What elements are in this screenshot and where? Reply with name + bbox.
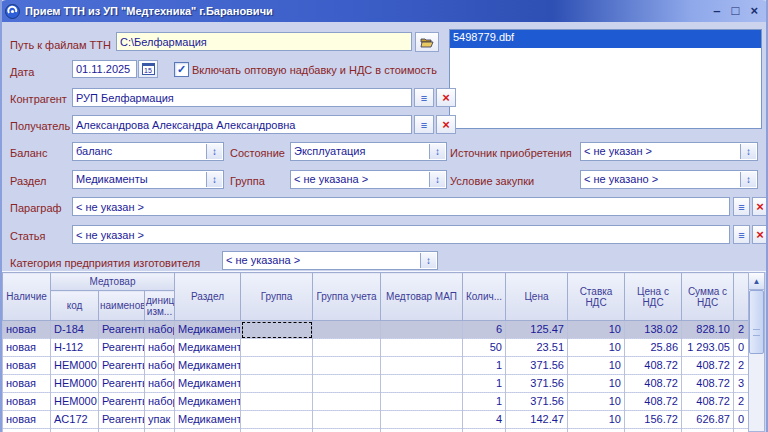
table-row[interactable]: новая AC172 Реагенты, упак Медикаменты 4…	[3, 429, 768, 432]
cell-vat[interactable]: 10	[568, 429, 625, 432]
table-cell[interactable]	[381, 393, 463, 411]
cell-sum-vat[interactable]: 828.10	[682, 321, 734, 339]
cell-price-vat[interactable]: 25.86	[625, 339, 682, 357]
table-cell[interactable]	[241, 339, 313, 357]
table-cell[interactable]	[313, 339, 381, 357]
cell-section[interactable]: Медикаменты	[175, 375, 241, 393]
table-row[interactable]: новая HEM000 Реагенты, набор Медикаменты…	[3, 357, 768, 375]
receiver-clear-button[interactable]: ×	[436, 115, 456, 134]
balance-select[interactable]: баланс ↕	[72, 142, 224, 161]
file-list-item[interactable]: 5498779.dbf	[450, 30, 761, 48]
cell-qty[interactable]: 6	[463, 321, 506, 339]
paragraph-pick-button[interactable]: ≡	[733, 197, 750, 216]
cell-qty[interactable]: 4	[463, 411, 506, 429]
table-cell[interactable]	[241, 375, 313, 393]
section-select[interactable]: Медикаменты ↕	[72, 170, 224, 189]
col-section[interactable]: Раздел	[175, 273, 241, 321]
title-bar[interactable]: Прием ТТН из УП "Медтехника" г.Баранович…	[0, 0, 768, 22]
cell-status[interactable]: новая	[3, 393, 51, 411]
vertical-scrollbar[interactable]: ▲	[748, 272, 765, 432]
table-cell[interactable]	[381, 429, 463, 432]
cell-section[interactable]: Медикаменты	[175, 321, 241, 339]
cell-name[interactable]: Реагенты,	[99, 375, 145, 393]
cell-status[interactable]: новая	[3, 411, 51, 429]
table-cell[interactable]	[313, 393, 381, 411]
cell-sum-vat[interactable]: 647.73	[682, 429, 734, 432]
cell-price-vat[interactable]: 408.72	[625, 393, 682, 411]
cell-price-vat[interactable]: 138.02	[625, 321, 682, 339]
minimize-icon[interactable]: –	[713, 0, 720, 22]
cell-section[interactable]: Медикаменты	[175, 393, 241, 411]
calendar-button[interactable]: 15	[138, 60, 158, 78]
cell-unit[interactable]: набор	[145, 339, 175, 357]
maximize-icon[interactable]: □	[732, 0, 740, 22]
cell-price[interactable]: 125.47	[506, 321, 568, 339]
cell-name[interactable]: Реагенты,	[99, 411, 145, 429]
cell-price-vat[interactable]: 156.72	[625, 411, 682, 429]
cell-status[interactable]: новая	[3, 357, 51, 375]
cell-unit[interactable]: набор	[145, 393, 175, 411]
cell-name[interactable]: Реагенты,	[99, 393, 145, 411]
table-cell[interactable]	[241, 411, 313, 429]
cell-vat[interactable]: 10	[568, 339, 625, 357]
cell-section[interactable]: Медикаменты	[175, 429, 241, 432]
cell-sum-vat[interactable]: 408.72	[682, 375, 734, 393]
path-input[interactable]	[116, 32, 412, 51]
receiver-pick-button[interactable]: ≡	[414, 115, 434, 134]
table-cell[interactable]	[313, 429, 381, 432]
cell-price[interactable]: 147.34	[506, 429, 568, 432]
cell-price[interactable]: 371.56	[506, 357, 568, 375]
scroll-thumb[interactable]	[749, 290, 764, 354]
cell-status[interactable]: новая	[3, 339, 51, 357]
close-icon[interactable]: ×	[750, 0, 758, 22]
col-price-vat[interactable]: Цена с НДС	[625, 273, 682, 321]
cell-status[interactable]: новая	[3, 429, 51, 432]
counterparty-clear-button[interactable]: ×	[436, 88, 456, 107]
cell-price[interactable]: 23.51	[506, 339, 568, 357]
table-cell[interactable]	[241, 393, 313, 411]
cell-vat[interactable]: 10	[568, 321, 625, 339]
col-unit[interactable]: диниц изм...	[145, 291, 175, 321]
cell-qty[interactable]: 1	[463, 357, 506, 375]
col-availability[interactable]: Наличие	[3, 273, 51, 321]
file-list[interactable]: 5498779.dbf	[449, 29, 762, 129]
state-select[interactable]: Эксплуатация ↕	[290, 142, 447, 161]
cell-name[interactable]: Реагенты,	[99, 429, 145, 432]
updown-icon[interactable]: ↕	[740, 172, 756, 187]
receiver-input[interactable]	[72, 115, 412, 134]
updown-icon[interactable]: ↕	[206, 144, 222, 159]
table-row[interactable]: новая AC172 Реагенты, упак Медикаменты 4…	[3, 411, 768, 429]
cell-qty[interactable]: 50	[463, 339, 506, 357]
table-cell[interactable]	[313, 321, 381, 339]
cell-code[interactable]: HEM000	[51, 375, 99, 393]
table-cell[interactable]	[381, 375, 463, 393]
cell-name[interactable]: Реагенты,	[99, 357, 145, 375]
cell-code[interactable]: D-184	[51, 321, 99, 339]
cell-status[interactable]: новая	[3, 375, 51, 393]
updown-icon[interactable]: ↕	[429, 144, 445, 159]
manufacturer-category-select[interactable]: < не указана > ↕	[222, 251, 438, 270]
cell-price-vat[interactable]: 408.72	[625, 357, 682, 375]
col-group[interactable]: Группа	[241, 273, 313, 321]
cell-qty[interactable]: 1	[463, 393, 506, 411]
cell-sum-vat[interactable]: 626.87	[682, 411, 734, 429]
table-cell[interactable]	[241, 429, 313, 432]
cell-code[interactable]: H-112	[51, 339, 99, 357]
cell-code[interactable]: HEM000	[51, 357, 99, 375]
cell-price-vat[interactable]: 161.92	[625, 429, 682, 432]
cell-qty[interactable]: 1	[463, 375, 506, 393]
col-code[interactable]: код	[51, 291, 99, 321]
cell-code[interactable]: HEM000	[51, 393, 99, 411]
col-quantity[interactable]: Колич...	[463, 273, 506, 321]
table-cell[interactable]	[313, 375, 381, 393]
col-vat-rate[interactable]: Ставка НДС	[568, 273, 625, 321]
table-cell[interactable]	[381, 321, 463, 339]
col-name[interactable]: наименов...	[99, 291, 145, 321]
cell-unit[interactable]: набор	[145, 321, 175, 339]
paragraph-clear-button[interactable]: ×	[752, 197, 768, 216]
table-cell[interactable]	[381, 411, 463, 429]
cell-price[interactable]: 142.47	[506, 411, 568, 429]
table-cell[interactable]	[313, 357, 381, 375]
cell-section[interactable]: Медикаменты	[175, 411, 241, 429]
cell-price[interactable]: 371.56	[506, 393, 568, 411]
